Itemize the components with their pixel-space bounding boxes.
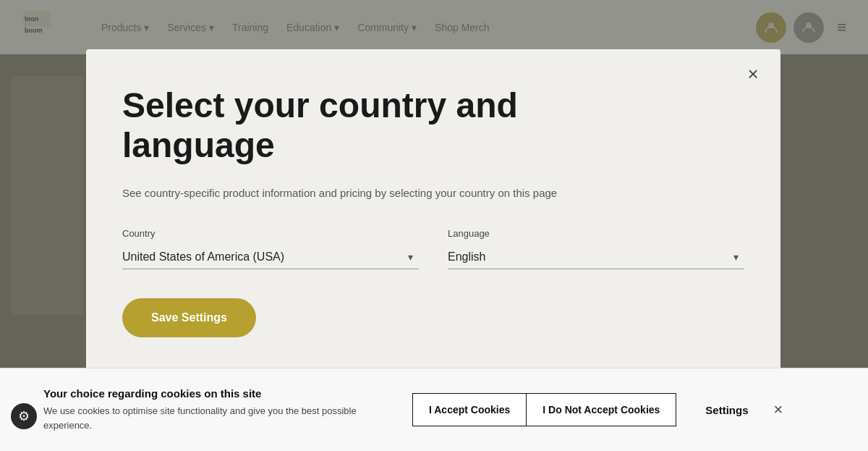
modal-description: See country-specific product information… — [122, 187, 744, 199]
save-settings-button[interactable]: Save Settings — [122, 298, 256, 337]
cookie-buttons: I Accept Cookies I Do Not Accept Cookies — [412, 393, 676, 426]
country-label: Country — [122, 228, 419, 239]
modal-title: Select your country and language — [122, 85, 542, 165]
decline-cookies-button[interactable]: I Do Not Accept Cookies — [527, 393, 676, 426]
cookie-title: Your choice regarding cookies on this si… — [43, 387, 398, 400]
language-label: Language — [448, 228, 744, 239]
country-select[interactable]: United States of America (USA) Canada Un… — [122, 245, 419, 269]
modal-close-button[interactable]: × — [741, 62, 765, 85]
cookie-gear-icon[interactable]: ⚙ — [11, 403, 37, 429]
country-select-wrapper: United States of America (USA) Canada Un… — [122, 245, 419, 269]
country-language-modal: × Select your country and language See c… — [86, 49, 780, 397]
country-field-group: Country United States of America (USA) C… — [122, 228, 419, 269]
language-select-wrapper: English French Spanish German Japanese ▾ — [448, 245, 744, 269]
cookie-text: Your choice regarding cookies on this si… — [43, 387, 398, 432]
language-field-group: Language English French Spanish German J… — [448, 228, 744, 269]
cookie-close-button[interactable]: × — [774, 400, 783, 419]
language-select[interactable]: English French Spanish German Japanese — [448, 245, 744, 269]
accept-cookies-button[interactable]: I Accept Cookies — [412, 393, 527, 426]
modal-fields: Country United States of America (USA) C… — [122, 228, 744, 269]
cookie-banner: ⚙ Your choice regarding cookies on this … — [0, 368, 868, 451]
cookie-description: We use cookies to optimise site function… — [43, 404, 398, 432]
cookie-settings-link[interactable]: Settings — [705, 404, 748, 416]
